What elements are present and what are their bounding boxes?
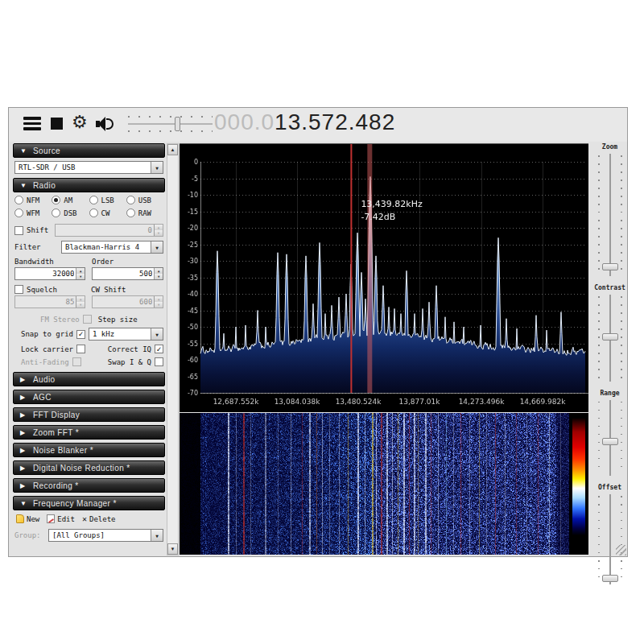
stop-icon[interactable] (51, 118, 63, 130)
speaker-icon[interactable] (96, 117, 115, 131)
cw-shift-input[interactable] (93, 296, 154, 308)
filter-value: Blackman-Harris 4 (62, 243, 151, 251)
mode-dsb[interactable]: DSB (52, 208, 89, 217)
group-value: [All Groups] (49, 531, 151, 539)
radio-panel-header[interactable]: Radio (13, 178, 165, 192)
frequency-leading-zeros[interactable]: 000.0 (214, 109, 275, 134)
noise-blanker-panel-header[interactable]: Noise Blanker * (13, 443, 165, 457)
radio-button-icon[interactable] (89, 208, 98, 217)
dropdown-arrow-icon[interactable] (151, 162, 163, 173)
swap-iq-checkbox[interactable] (155, 357, 163, 366)
zoom-slider-thumb[interactable] (602, 263, 618, 270)
mode-am[interactable]: AM (52, 196, 89, 204)
dropdown-arrow-icon[interactable] (151, 328, 163, 340)
range-slider[interactable] (597, 400, 624, 476)
new-button[interactable]: New (14, 514, 41, 524)
snap-to-grid-label: Snap to grid (21, 330, 73, 338)
step-size-select[interactable]: 1 kHz (89, 328, 163, 341)
collapse-arrow-icon (20, 482, 33, 489)
frequency-manager-panel-header[interactable]: Frequency Manager * (13, 496, 165, 510)
frequency-value[interactable]: 13.572.482 (275, 109, 395, 134)
lock-carrier-checkbox[interactable] (76, 345, 85, 353)
fm-stereo-checkbox[interactable] (83, 315, 92, 324)
mode-cw[interactable]: CW (89, 208, 126, 217)
anti-fading-label: Anti-Fading (21, 358, 69, 366)
waterfall-canvas[interactable] (180, 413, 569, 555)
correct-iq-label: Correct IQ (108, 345, 151, 353)
volume-slider-thumb[interactable] (175, 117, 180, 131)
scroll-down-icon[interactable] (167, 543, 178, 555)
contrast-slider-label: Contrast (592, 284, 628, 291)
collapse-arrow-icon (20, 147, 33, 155)
mode-usb[interactable]: USB (126, 196, 163, 204)
zoom-slider-label: Zoom (592, 143, 628, 151)
edit-button[interactable]: Edit (45, 514, 76, 524)
scroll-up-icon[interactable] (167, 144, 178, 155)
collapse-arrow-icon (20, 411, 33, 419)
contrast-slider-thumb[interactable] (602, 333, 618, 341)
radio-button-icon[interactable] (126, 208, 135, 217)
radio-button-icon[interactable] (126, 196, 135, 204)
cw-shift-label: CW Shift (91, 286, 126, 294)
mode-raw[interactable]: RAW (126, 208, 163, 217)
volume-slider[interactable] (128, 116, 213, 132)
fft-display-panel-header[interactable]: FFT Display (13, 407, 165, 422)
gear-icon[interactable]: ⚙ (72, 111, 88, 134)
squelch-label: Squelch (27, 286, 91, 294)
zoom-slider[interactable] (597, 154, 624, 276)
delete-button[interactable]: Delete (80, 514, 118, 524)
correct-iq-checkbox[interactable] (155, 345, 163, 353)
frequency-display[interactable]: 000.013.572.482 (214, 109, 395, 135)
collapse-arrow-icon (20, 464, 33, 472)
contrast-slider[interactable] (597, 295, 624, 382)
radio-button-icon[interactable] (89, 196, 98, 204)
order-input[interactable] (93, 268, 154, 279)
squelch-checkbox[interactable] (14, 285, 23, 294)
window-resize-grip[interactable] (616, 545, 626, 555)
radio-button-selected-icon[interactable] (52, 196, 60, 204)
dropdown-arrow-icon[interactable] (151, 530, 163, 541)
range-slider-label: Range (592, 390, 628, 397)
range-slider-thumb[interactable] (602, 438, 618, 445)
order-label: Order (92, 258, 114, 266)
group-select[interactable]: [All Groups] (48, 529, 163, 542)
cw-shift-spinner[interactable] (154, 296, 163, 308)
panel-scrollbar[interactable] (167, 143, 179, 555)
mode-nfm[interactable]: NFM (14, 196, 52, 204)
digital-noise-reduction-panel-header[interactable]: Digital Noise Reduction * (13, 460, 165, 475)
offset-slider-thumb[interactable] (602, 575, 618, 582)
source-panel-header[interactable]: Source (13, 143, 165, 158)
recording-panel-header[interactable]: Recording * (13, 478, 165, 493)
squelch-input[interactable] (15, 296, 76, 308)
mode-wfm[interactable]: WFM (14, 208, 52, 217)
shift-input[interactable] (56, 225, 154, 236)
mode-lsb[interactable]: LSB (89, 196, 126, 204)
snap-to-grid-checkbox[interactable] (76, 330, 85, 339)
step-size-value: 1 kHz (89, 330, 151, 338)
anti-fading-checkbox[interactable] (72, 357, 81, 366)
spectrum-canvas[interactable] (180, 144, 588, 412)
radio-button-icon[interactable] (52, 208, 60, 217)
radio-button-icon[interactable] (14, 208, 23, 217)
order-spinner[interactable] (154, 268, 163, 279)
display-sliders-panel: Zoom Contrast Range Offset (592, 143, 628, 555)
filter-select[interactable]: Blackman-Harris 4 (61, 241, 163, 254)
agc-panel-header[interactable]: AGC (13, 390, 165, 404)
collapse-arrow-icon (20, 447, 33, 454)
bandwidth-spinner[interactable] (76, 268, 85, 279)
menu-icon[interactable] (23, 115, 41, 131)
source-device-select[interactable]: RTL-SDR / USB (14, 161, 163, 174)
shift-spinner[interactable] (154, 225, 163, 236)
audio-panel-header[interactable]: Audio (13, 372, 165, 386)
source-panel-title: Source (33, 147, 60, 155)
collapse-arrow-icon (20, 376, 33, 383)
bandwidth-input[interactable] (15, 268, 76, 279)
offset-slider[interactable] (597, 494, 624, 584)
edit-icon (47, 514, 55, 523)
shift-checkbox[interactable] (14, 226, 23, 235)
zoom-fft-panel-header[interactable]: Zoom FFT * (13, 425, 165, 440)
dropdown-arrow-icon[interactable] (151, 242, 163, 253)
squelch-spinner[interactable] (76, 296, 85, 308)
collapse-arrow-icon (20, 394, 33, 401)
radio-button-icon[interactable] (14, 196, 23, 204)
